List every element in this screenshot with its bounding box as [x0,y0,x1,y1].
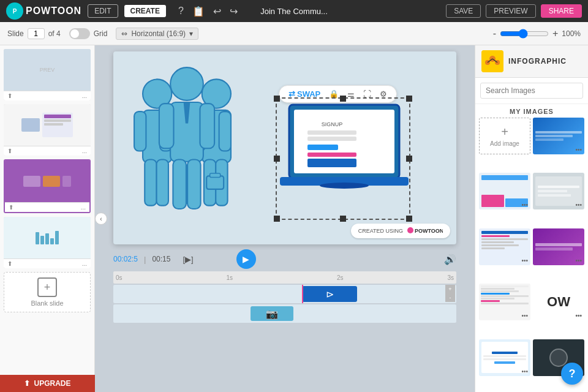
svg-rect-15 [200,104,214,148]
slide-4-more[interactable]: ... [82,260,87,267]
zoom-minus-button[interactable]: - [493,28,496,39]
svg-text:POWTOON: POWTOON [415,228,443,234]
add-image-cell[interactable]: + Add image [479,118,530,154]
orientation-chevron-icon: ▾ [189,29,193,38]
timeline-track[interactable]: ⊳ + - [113,285,456,303]
zoom-control: - + 100% [493,28,581,39]
image-4-more-icon[interactable]: ••• [521,257,528,264]
image-1-more-icon[interactable]: ••• [575,146,582,153]
slide-thumb-4[interactable]: ⬆ ... [4,217,91,268]
second-bar: Slide of 4 Grid ⇔ Horizontal (16:9) ▾ - … [0,22,588,45]
search-input[interactable] [480,83,583,99]
image-thumb-2[interactable]: ••• [479,173,530,209]
image-8-more-icon[interactable]: ••• [521,368,528,375]
laptop-illustration: SIGNUP [277,99,412,221]
logo: P POWTOON [6,2,81,20]
handle-tl[interactable] [274,96,280,102]
slide-number-input[interactable] [28,28,45,39]
slide-2-icon: ⬆ [7,148,12,154]
handle-br[interactable] [406,216,412,222]
slide-canvas[interactable]: ⇄ SWAP 🔒 ⚌ ⛶ ⚙ [113,51,456,244]
orientation-button[interactable]: ⇔ Horizontal (16:9) ▾ [116,28,198,40]
grid-label: Grid [94,29,108,38]
blank-slide-button[interactable]: + Blank slide [4,272,91,312]
time-separator: | [144,255,146,264]
svg-rect-9 [219,111,231,151]
image-thumb-4[interactable]: ••• [479,228,530,265]
image-thumb-1[interactable]: ••• [533,118,584,154]
handle-tr[interactable] [406,96,412,102]
slide-thumb-3[interactable]: ⬆ ... [4,159,91,213]
logo-icon: P [6,2,23,20]
slide-2-more[interactable]: ... [82,148,87,154]
playhead[interactable] [302,285,303,303]
timeline-track-2[interactable]: 📷 [113,304,456,323]
slide-thumb-2[interactable]: ⬆ ... [4,104,91,156]
edit-button[interactable]: EDIT [88,4,118,18]
slide-thumb-1[interactable]: PREV ⬆ ... [4,49,91,100]
top-bar: P POWTOON EDIT CREATE ? 📋 ↩ ↪ Join The C… [0,0,588,22]
timeline-item-2[interactable]: 📷 [251,306,293,321]
total-time: 00:15 [152,255,170,263]
image-thumb-6[interactable]: ••• [479,284,530,320]
svg-point-12 [170,67,203,100]
funnel-icon: ⊳ [326,288,334,300]
right-panel: INFOGRAPHIC MY IMAGES + Add image ••• [475,45,588,392]
current-time: 00:02:5 [113,255,138,263]
upgrade-bar[interactable]: ⬆ UPGRADE [0,375,95,392]
svg-text:SIGNUP: SIGNUP [322,121,343,127]
zoom-value: 100% [562,29,581,38]
handle-bl[interactable] [274,216,280,222]
handle-bm[interactable] [340,216,346,222]
image-thumb-8[interactable]: ••• [479,339,530,376]
share-button[interactable]: SHARE [541,4,582,18]
undo-icon[interactable]: ↩ [213,6,221,17]
timeline-item-icon: 📷 [266,308,278,320]
image-6-more-icon[interactable]: ••• [521,312,528,319]
image-thumb-3[interactable]: ••• [533,173,584,209]
play-button[interactable]: ▶ [236,249,256,269]
redo-icon[interactable]: ↪ [230,6,238,17]
image-grid: + Add image ••• [475,118,588,392]
svg-rect-4 [145,159,156,205]
image-thumb-7[interactable]: OW ••• [533,284,584,320]
handle-tm[interactable] [340,96,346,102]
grid-toggle: Grid [69,28,108,39]
svg-rect-2 [134,111,146,151]
timeline-zoom-in[interactable]: + [445,285,455,293]
mark-1s: 1s [226,274,233,281]
add-image-plus-icon: + [501,125,508,139]
image-5-more-icon[interactable]: ••• [575,257,582,264]
svg-point-30 [320,183,369,189]
top-bar-actions: SAVE PREVIEW SHARE [446,4,582,18]
svg-rect-14 [159,104,174,148]
create-button[interactable]: CREATE [124,5,166,17]
notes-icon[interactable]: 📋 [192,6,205,17]
mark-0s: 0s [116,274,123,281]
infographic-header: INFOGRAPHIC [475,45,588,78]
handle-mr[interactable] [406,156,412,162]
help-button[interactable]: ? [561,363,583,385]
image-7-more-icon[interactable]: ••• [575,312,582,319]
canvas-area: ⇄ SWAP 🔒 ⚌ ⛶ ⚙ [95,45,475,392]
help-circle-icon[interactable]: ? [178,6,184,17]
volume-icon[interactable]: 🔊 [444,254,456,265]
grid-toggle-switch[interactable] [69,28,90,39]
save-button[interactable]: SAVE [446,4,481,18]
timeline-zoom-out[interactable]: - [445,293,455,302]
slide-1-more[interactable]: ... [82,92,87,99]
slide-3-more[interactable]: ... [81,204,86,211]
svg-rect-28 [307,159,356,167]
image-2-more-icon[interactable]: ••• [521,202,528,208]
timeline-funnel-item[interactable]: ⊳ [302,286,357,302]
sidebar-collapse-arrow[interactable]: ‹ [95,213,107,225]
preview-button[interactable]: PREVIEW [486,4,535,18]
timeline-ruler: 0s 1s 2s 3s [113,271,456,284]
my-images-label: MY IMAGES [475,104,588,118]
watermark-text: CREATED USING [358,228,403,234]
zoom-slider[interactable] [500,29,549,39]
zoom-plus-button[interactable]: + [552,28,558,39]
handle-ml[interactable] [274,156,280,162]
image-3-more-icon[interactable]: ••• [575,202,582,208]
image-thumb-5[interactable]: ••• [533,228,584,265]
